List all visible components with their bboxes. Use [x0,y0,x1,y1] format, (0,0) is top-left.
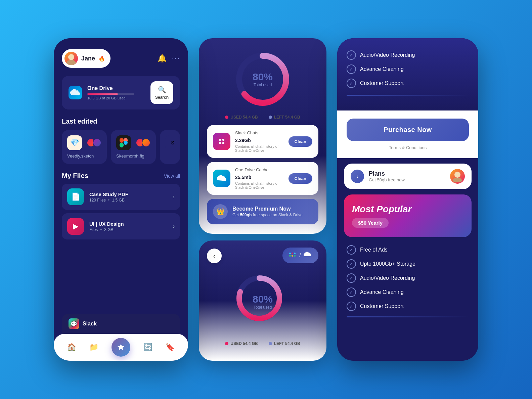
premium-text-wrap: Become Premium Now Get 500gb free space … [232,206,303,217]
ux-file-name: UI | UX Design [89,221,168,227]
extra-file-icon: S [165,135,180,150]
svg-point-21 [454,172,460,178]
svg-rect-6 [120,143,124,147]
slack-storage-info: Slack Chats 2.29Gb Contains all chat his… [235,130,284,152]
used-label: USED 54.4 GB [230,115,258,120]
left-label-bottom: LEFT 54.4 GB [274,341,300,346]
pdf-file-meta: 120 Files • 1.5 GB [89,198,168,203]
onedrive-storage-size: 25.5mb [235,173,284,181]
bottom-feature-item-4: ✓ Advance Cleaning [347,287,469,297]
svg-point-5 [124,141,128,145]
feature-item-3: ✓ Customer Support [347,79,469,88]
nav-premium-icon[interactable] [112,338,130,357]
panel1-header: Jane 🔥 🔔 ··· [62,49,180,68]
user-pill[interactable]: Jane 🔥 [62,49,110,68]
svg-rect-12 [222,142,224,144]
ux-file-info: UI | UX Design Files • 3 GB [89,221,168,232]
nav-files-icon[interactable]: 📁 [89,343,98,352]
slack-storage-name: Slack Chats [235,130,284,135]
figma-file-name: Skeumorph.fig [116,153,150,159]
donut-chart-bottom: 80% Total used [232,271,293,332]
onedrive-storage-name: One Drive Cache [235,167,284,172]
slack-label: Slack [83,321,97,327]
svg-rect-2 [120,138,124,143]
storage-bar-background [87,93,134,95]
mini-avatar-4 [142,138,150,147]
bottom-feature-item-3: ✓ Audio/Video Recording [347,273,469,283]
more-options-icon[interactable]: ··· [172,54,180,63]
file-list-item-pdf[interactable]: 📄 Case Study PDF 120 Files • 1.5 GB › [62,184,180,210]
bottom-feature-item-5: ✓ Customer Support [347,302,469,311]
plans-title: Plans [369,170,445,177]
back-button[interactable]: ‹ [207,249,222,263]
popular-card: Most Popular $50 Yearly [344,194,472,237]
bottom-feature-text-3: Audio/Video Recording [360,275,415,281]
storage-item-onedrive: One Drive Cache 25.5mb Contains all chat… [207,162,318,195]
terms-link[interactable]: Terms & Conditions [347,145,469,150]
check-icon-3: ✓ [347,79,356,88]
popular-price: $50 Yearly [352,218,389,228]
last-edited-title: Last edited [62,118,180,125]
svg-rect-13 [289,253,291,254]
donut-text-bottom: 80% Total used [253,294,273,310]
slack-logo: 💬 [69,318,79,329]
file-card-sketch[interactable]: 💎 Veedly.sketch [62,130,107,164]
feature-text-2: Advance Cleaning [360,66,404,72]
onedrive-storage-desc: Contains all chat history of Slack & One… [235,181,284,189]
bottom-feature-item-1: ✓ Free of Ads [347,245,469,255]
nav-bookmark-icon[interactable]: 🔖 [166,343,175,352]
file-card-figma[interactable]: Skeumorph.fig [111,130,156,164]
view-all-link[interactable]: View all [164,173,180,179]
notification-icon[interactable]: 🔔 [158,54,167,63]
clean-slack-button[interactable]: Clean [289,136,312,147]
feature-text-1: Audio/Video Recording [360,52,415,58]
bottom-check-icon-1: ✓ [347,245,356,255]
donut-label-bottom: Total used [253,305,273,310]
slack-app-logo [289,251,297,260]
storage-top-card: 80% Total used USED 54.4 GB LEFT 54.4 GB [199,38,326,234]
stat-left: LEFT 54.4 GB [269,115,300,120]
donut-label: Total used [253,83,273,87]
left-label: LEFT 54.4 GB [274,115,300,120]
feature-item-2: ✓ Advance Cleaning [347,64,469,74]
my-files-title: My Files [62,172,88,180]
bottom-check-icon-5: ✓ [347,302,356,311]
file-list-item-ux[interactable]: ▶ UI | UX Design Files • 3 GB › [62,213,180,239]
purchase-now-button[interactable]: Purchase Now [347,119,469,141]
svg-rect-16 [292,255,293,257]
sketch-file-name: Veedly.sketch [67,153,101,159]
plans-bottom-section: ✓ Free of Ads ✓ Upto 1000Gb+ Storage ✓ A… [337,242,478,320]
svg-rect-15 [292,253,293,254]
nav-share-icon[interactable]: 🔄 [143,343,152,352]
popular-title: Most Popular [352,204,463,215]
feature-item-1: ✓ Audio/Video Recording [347,50,469,60]
nav-home-icon[interactable]: 🏠 [67,343,76,352]
bottom-divider [347,316,469,317]
header-icons: 🔔 ··· [158,54,180,63]
search-button[interactable]: 🔍 Search [150,81,173,104]
used-dot-bottom [225,342,228,345]
plans-info: Plans Get 50gb free now [369,170,445,182]
check-icon-1: ✓ [347,50,356,60]
svg-rect-14 [289,255,291,257]
donut-percent-bottom: 80% [253,294,273,305]
stat-used-bottom: USED 54.4 GB [225,341,258,346]
storage-used-text: 18.5 GB of 20 GB used [87,96,145,100]
chevron-right-icon-2: › [173,223,175,229]
svg-point-1 [66,60,76,65]
clean-onedrive-button[interactable]: Clean [289,173,312,184]
svg-rect-11 [219,142,221,144]
premium-banner[interactable]: 👑 Become Premium Now Get 500gb free spac… [207,199,318,224]
pdf-file-icon: 📄 [67,188,84,205]
storage-info: One Drive 18.5 GB of 20 GB used [87,85,145,100]
figma-icon [116,135,131,150]
bottom-feature-text-1: Free of Ads [360,247,388,253]
ux-file-icon: ▶ [67,218,84,235]
bottom-check-icon-2: ✓ [347,259,356,269]
onedrive-app-logo [304,252,312,259]
storage-service-name: One Drive [87,85,145,91]
file-card-extra[interactable]: S [160,130,180,164]
plans-back-button[interactable]: ‹ [351,170,364,183]
bottom-navigation: 🏠 📁 🔄 🔖 [54,334,188,361]
used-dot [225,116,228,119]
